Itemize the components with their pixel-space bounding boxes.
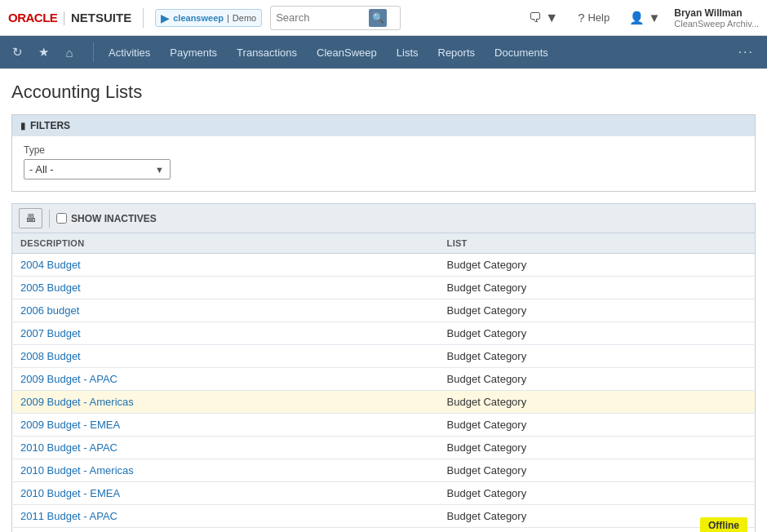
table-row: 2011 Budget - AmericasBudget Category <box>12 528 756 533</box>
table-row: 2004 BudgetBudget Category <box>12 254 756 277</box>
header-right: 🗨 ▼ ? Help 👤 ▼ Bryan Willman CleanSweep … <box>523 7 759 29</box>
table-cell-description: 2011 Budget - APAC <box>12 505 439 528</box>
header-divider <box>143 8 144 28</box>
demo-text: Demo <box>233 13 256 23</box>
nav-more-button[interactable]: ··· <box>730 45 762 60</box>
description-link[interactable]: 2009 Budget - APAC <box>20 373 117 385</box>
table-header-row: DESCRIPTION LIST <box>12 233 756 254</box>
help-button[interactable]: ? Help <box>572 8 615 27</box>
table-row: 2008 BudgetBudget Category <box>12 345 756 368</box>
table-row: 2011 Budget - APACBudget Category <box>12 505 756 528</box>
description-link[interactable]: 2006 budget <box>20 304 79 317</box>
logo-divider: | <box>62 9 66 26</box>
table-row: 2010 Budget - AmericasBudget Category <box>12 459 756 482</box>
table-cell-description: 2009 Budget - Americas <box>12 391 439 414</box>
table-cell-description: 2006 budget <box>12 299 439 322</box>
user-org: CleanSweep Archiv... <box>674 19 759 29</box>
table-row: 2009 Budget - AmericasBudget Category <box>12 391 756 414</box>
table-cell-description: 2007 Budget <box>12 322 439 345</box>
nav-reports[interactable]: Reports <box>428 36 485 69</box>
oracle-logo: ORACLE <box>8 11 57 24</box>
filters-header[interactable]: ▮ FILTERS <box>12 115 755 136</box>
select-arrow-icon: ▼ <box>149 162 170 178</box>
user-menu-button[interactable]: 👤 ▼ <box>623 8 666 28</box>
favorites-icon-button[interactable]: ★ <box>31 40 55 64</box>
description-link[interactable]: 2009 Budget - EMEA <box>20 419 120 431</box>
print-button[interactable]: 🖶 <box>19 208 42 228</box>
col-list: LIST <box>439 233 756 254</box>
demo-label: | <box>227 13 229 23</box>
home-icon-button[interactable]: ⌂ <box>57 40 82 64</box>
table-cell-list: Budget Category <box>439 277 756 299</box>
filter-collapse-icon: ▮ <box>20 121 25 131</box>
table-cell-list: Budget Category <box>439 437 756 459</box>
cleansweep-badge: ▶ cleansweep | Demo <box>155 9 262 27</box>
search-button[interactable]: 🔍 <box>369 9 387 27</box>
description-link[interactable]: 2004 Budget <box>20 259 81 271</box>
description-link[interactable]: 2010 Budget - EMEA <box>20 487 120 499</box>
table-row: 2006 budgetBudget Category <box>12 299 756 322</box>
table-cell-description: 2009 Budget - EMEA <box>12 414 439 437</box>
table-cell-description: 2010 Budget - Americas <box>12 459 439 482</box>
description-link[interactable]: 2010 Budget - Americas <box>20 464 134 477</box>
table-cell-description: 2010 Budget - APAC <box>12 437 439 459</box>
logo-area: ORACLE | NETSUITE <box>8 9 131 26</box>
col-description: DESCRIPTION <box>12 233 439 254</box>
table-cell-description: 2010 Budget - EMEA <box>12 482 439 505</box>
show-inactives-checkbox[interactable] <box>56 213 67 224</box>
description-link[interactable]: 2011 Budget - APAC <box>20 510 117 522</box>
table-cell-list: Budget Category <box>439 391 756 414</box>
description-link[interactable]: 2005 Budget <box>20 282 81 294</box>
table-cell-list: Budget Category <box>439 482 756 505</box>
filters-panel: ▮ FILTERS Type - All - Budget Category A… <box>11 114 756 192</box>
nav-activities[interactable]: Activities <box>99 36 160 69</box>
show-inactives-area: SHOW INACTIVES <box>56 213 157 224</box>
search-box: 🔍 <box>270 6 401 30</box>
nav-links: Activities Payments Transactions CleanSw… <box>99 36 558 69</box>
type-filter-select[interactable]: - All - Budget Category Account Currency <box>24 160 149 179</box>
history-icon-button[interactable]: ↻ <box>5 40 29 64</box>
table-cell-description: 2004 Budget <box>12 254 439 277</box>
user-name: Bryan Willman <box>674 7 759 19</box>
accounting-lists-table: DESCRIPTION LIST 2004 BudgetBudget Categ… <box>11 233 756 532</box>
table-row: 2009 Budget - APACBudget Category <box>12 368 756 391</box>
offline-badge: Offline <box>700 517 747 532</box>
cleansweep-label: cleansweep <box>173 13 224 23</box>
search-input[interactable] <box>276 11 366 24</box>
table-row: 2010 Budget - EMEABudget Category <box>12 482 756 505</box>
nav-bar: ↻ ★ ⌂ Activities Payments Transactions C… <box>0 36 767 69</box>
table-body: 2004 BudgetBudget Category2005 BudgetBud… <box>12 254 756 533</box>
help-icon: ? <box>578 11 584 24</box>
filters-label: FILTERS <box>30 120 70 131</box>
show-inactives-label[interactable]: SHOW INACTIVES <box>71 213 157 224</box>
nav-lists[interactable]: Lists <box>387 36 428 69</box>
notifications-button[interactable]: 🗨 ▼ <box>523 8 564 28</box>
table-cell-list: Budget Category <box>439 322 756 345</box>
description-link[interactable]: 2008 Budget <box>20 350 81 362</box>
table-cell-list: Budget Category <box>439 459 756 482</box>
table-cell-description: 2011 Budget - Americas <box>12 528 439 533</box>
nav-transactions[interactable]: Transactions <box>227 36 307 69</box>
table-row: 2009 Budget - EMEABudget Category <box>12 414 756 437</box>
nav-cleansweep[interactable]: CleanSweep <box>307 36 387 69</box>
nav-icons: ↻ ★ ⌂ <box>5 40 82 64</box>
toolbar-divider <box>49 210 50 228</box>
description-link[interactable]: 2007 Budget <box>20 327 81 339</box>
table-cell-list: Budget Category <box>439 368 756 391</box>
page-content: Accounting Lists ▮ FILTERS Type - All - … <box>0 69 767 532</box>
description-link[interactable]: 2009 Budget - Americas <box>20 396 134 408</box>
nav-separator <box>93 42 94 62</box>
nav-documents[interactable]: Documents <box>485 36 558 69</box>
table-cell-list: Budget Category <box>439 254 756 277</box>
top-header: ORACLE | NETSUITE ▶ cleansweep | Demo 🔍 … <box>0 0 767 36</box>
nav-payments[interactable]: Payments <box>160 36 227 69</box>
table-row: 2005 BudgetBudget Category <box>12 277 756 299</box>
table-cell-description: 2009 Budget - APAC <box>12 368 439 391</box>
type-filter-select-wrapper: - All - Budget Category Account Currency… <box>24 159 171 180</box>
table-cell-list: Budget Category <box>439 345 756 368</box>
table-cell-description: 2008 Budget <box>12 345 439 368</box>
table-cell-list: Budget Category <box>439 299 756 322</box>
cleansweep-icon: ▶ <box>161 11 170 24</box>
description-link[interactable]: 2010 Budget - APAC <box>20 441 117 454</box>
help-label: Help <box>587 11 610 24</box>
